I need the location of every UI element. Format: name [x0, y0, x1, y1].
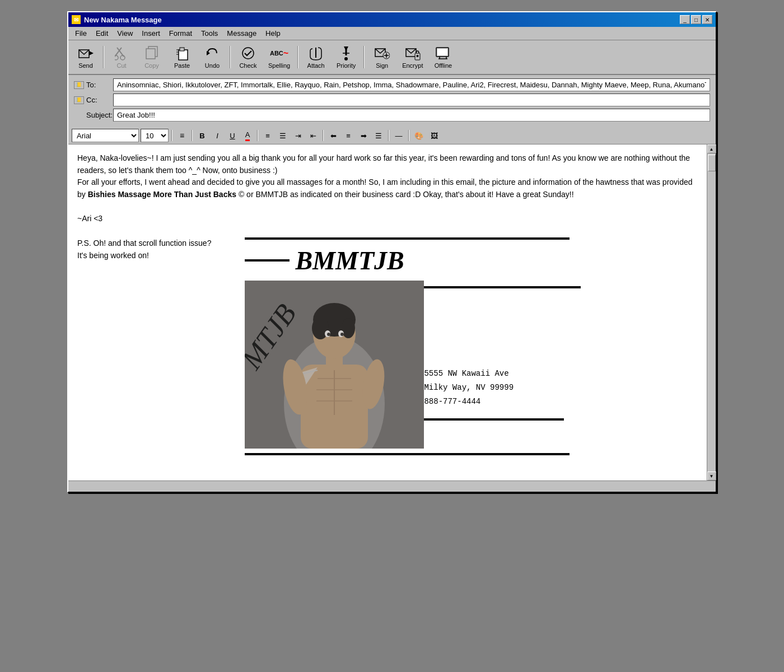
biz-right: 5555 NW Kawaii Ave Milky Way, NV 99999 8…: [424, 281, 698, 449]
biz-logo-line: [245, 259, 290, 262]
align-justify-button[interactable]: ☰: [372, 129, 385, 142]
body-signature: ~Ari <3: [77, 213, 698, 225]
copy-label: Copy: [144, 62, 159, 69]
svg-marker-18: [344, 46, 348, 51]
svg-rect-9: [180, 48, 184, 51]
bold-button[interactable]: B: [195, 129, 209, 142]
cut-label: Cut: [116, 62, 126, 69]
svg-point-14: [242, 48, 254, 59]
formatting-bar: Arial Times New Roman Courier New 10 8 1…: [68, 127, 716, 144]
scroll-thumb[interactable]: [708, 155, 716, 171]
to-address-icon: 📒: [74, 81, 84, 89]
subject-row: Subject:: [74, 109, 710, 122]
biz-footer-line: [245, 453, 570, 455]
check-button[interactable]: Check: [234, 43, 262, 72]
send-label: Send: [78, 62, 93, 69]
paste-button[interactable]: Paste: [168, 43, 196, 72]
menu-edit[interactable]: Edit: [91, 28, 113, 39]
sign-button[interactable]: Sign: [368, 43, 396, 72]
svg-rect-52: [245, 281, 424, 449]
sign-label: Sign: [376, 62, 388, 69]
align-right-button[interactable]: ➡: [357, 129, 370, 142]
toolbar-sep-3: [297, 46, 298, 68]
biz-top-lines: [245, 237, 698, 240]
menu-help[interactable]: Help: [261, 28, 285, 39]
copy-button[interactable]: Copy: [138, 43, 166, 72]
close-button[interactable]: ✕: [702, 15, 712, 24]
minimize-button[interactable]: _: [680, 15, 690, 24]
undo-button[interactable]: Undo: [198, 43, 226, 72]
toolbar-sep-1: [103, 46, 104, 68]
indent-button[interactable]: ⇥: [291, 129, 305, 142]
align-center-button[interactable]: ≡: [342, 129, 355, 142]
ps-line-1: P.S. Oh! and that scroll function issue?: [77, 237, 211, 250]
window-icon: ✉: [72, 15, 81, 24]
scroll-up-arrow[interactable]: ▲: [707, 144, 716, 153]
biz-address-line1: 5555 NW Kawaii Ave: [424, 367, 698, 381]
to-row: 📒 To:: [74, 78, 710, 91]
priority-label: Priority: [337, 62, 356, 69]
attach-button[interactable]: Attach: [302, 43, 330, 72]
offline-button[interactable]: Offline: [429, 43, 457, 72]
fmt-sep-0: [171, 130, 172, 141]
list-unordered-button[interactable]: ☰: [276, 129, 290, 142]
outdent-button[interactable]: ⇤: [306, 129, 320, 142]
maximize-button[interactable]: □: [691, 15, 701, 24]
spelling-button[interactable]: ABC~ Spelling: [264, 43, 294, 72]
priority-button[interactable]: Priority: [332, 43, 360, 72]
underline-button[interactable]: U: [226, 129, 239, 142]
biz-card-body: MTJB 5555 NW Kawaii Ave Milky Way, NV 99…: [245, 281, 698, 449]
fmt-sep-1: [192, 130, 193, 141]
menu-file[interactable]: File: [71, 28, 91, 39]
size-select[interactable]: 10 8 12 14: [141, 129, 169, 142]
menu-insert[interactable]: Insert: [137, 28, 165, 39]
ps-line-2: It's being worked on!: [77, 250, 211, 262]
fmt-sep-3: [323, 130, 324, 141]
list-ordered-button[interactable]: ≡: [261, 129, 274, 142]
to-input[interactable]: [113, 78, 710, 91]
ps-section: P.S. Oh! and that scroll function issue?…: [77, 237, 698, 455]
biz-bottom-line: [424, 418, 564, 421]
cut-button[interactable]: Cut: [108, 43, 136, 72]
font-select[interactable]: Arial Times New Roman Courier New: [72, 129, 139, 142]
check-label: Check: [239, 62, 256, 69]
title-bar-left: ✉ New Nakama Message: [72, 15, 162, 24]
cc-address-icon: 📒: [74, 96, 84, 104]
send-icon: [78, 45, 94, 61]
menu-message[interactable]: Message: [222, 28, 261, 39]
svg-point-26: [416, 55, 418, 57]
font-color-button[interactable]: A: [241, 129, 254, 142]
status-bar: [68, 480, 716, 492]
background-color-button[interactable]: 🎨: [412, 129, 426, 142]
cc-input[interactable]: [113, 94, 710, 106]
compose-area[interactable]: Heya, Naka-lovelies~! I am just sending …: [68, 144, 707, 480]
title-buttons: _ □ ✕: [680, 15, 712, 24]
subject-label: Subject:: [74, 109, 113, 119]
insert-image-button[interactable]: 🖼: [427, 129, 441, 142]
biz-logo-row: BMMTJB: [245, 241, 698, 281]
italic-button[interactable]: I: [211, 129, 224, 142]
menu-view[interactable]: View: [113, 28, 137, 39]
cc-label: 📒 Cc:: [74, 94, 113, 104]
toolbar: Send Cut Copy: [68, 40, 716, 75]
subject-input[interactable]: [113, 109, 710, 122]
paste-label: Paste: [174, 62, 190, 69]
biz-mid-line: [424, 286, 581, 288]
fmt-sep-4: [388, 130, 389, 141]
offline-label: Offline: [435, 62, 452, 69]
scrollbar[interactable]: ▲ ▼: [707, 144, 716, 480]
menu-tools[interactable]: Tools: [197, 28, 222, 39]
toolbar-sep-2: [230, 46, 231, 68]
toolbar-sep-4: [363, 46, 365, 68]
indent-decrease-button[interactable]: ≡: [175, 129, 189, 142]
send-button[interactable]: Send: [72, 43, 100, 72]
align-left-button[interactable]: ⬅: [326, 129, 340, 142]
scroll-down-arrow[interactable]: ▼: [707, 472, 716, 480]
svg-rect-8: [179, 50, 188, 60]
biz-person-image: MTJB: [245, 281, 424, 449]
sign-icon: [374, 45, 390, 61]
rule-button[interactable]: —: [392, 129, 405, 142]
main-window: ✉ New Nakama Message _ □ ✕ File Edit Vie…: [67, 11, 717, 493]
encrypt-button[interactable]: Encrypt: [398, 43, 427, 72]
menu-format[interactable]: Format: [165, 28, 197, 39]
